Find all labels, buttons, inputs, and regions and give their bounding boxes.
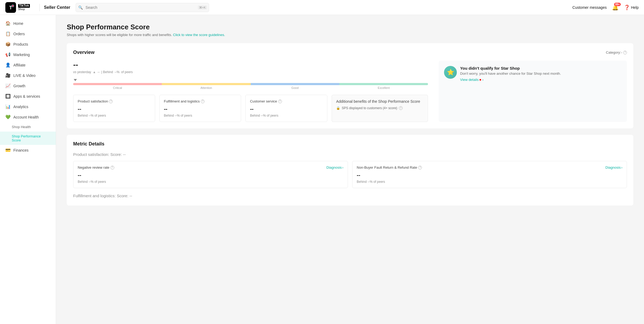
sps-info-icon[interactable]: ? (399, 106, 403, 110)
fulfillment-info-icon[interactable]: ? (201, 100, 205, 103)
sidebar-item-products[interactable]: 📦 Products (0, 39, 56, 49)
search-input[interactable] (76, 3, 209, 12)
metric-card-benefits: Additional benefits of the Shop Performa… (332, 95, 428, 122)
sidebar-label-finances: Finances (13, 148, 29, 152)
metric-peers-customer: Behind --% of peers (250, 114, 323, 117)
score-meta: vs yesterday ▲ -- | Behind --% of peers (73, 70, 428, 74)
help-label: Help (631, 5, 639, 10)
category-label: Category:- ? (606, 50, 627, 54)
sidebar-item-finances[interactable]: 💳 Finances (0, 145, 56, 155)
overview-title: Overview (73, 50, 95, 55)
behind-suffix: of peers (121, 70, 133, 74)
finances-icon: 💳 (5, 148, 11, 153)
category-info-icon[interactable]: ? (623, 51, 627, 54)
help-icon: ❓ (624, 5, 630, 10)
customer-info-icon[interactable]: ? (278, 100, 282, 103)
search-shortcut: ⌘+K (198, 5, 207, 9)
tiktok-label: TikTok (18, 4, 30, 7)
diagnosis-peers-2: Behind --% of peers (357, 180, 622, 184)
sidebar-label-analytics: Analytics (13, 105, 28, 109)
metric-card-product: Product satisfaction ? -- Behind --% of … (73, 95, 155, 122)
benefit-sps: 🔒 SPS displayed to customers (4+ score) … (336, 106, 423, 110)
svg-point-3 (12, 5, 14, 7)
guideline-link[interactable]: Click to view the score guidelines. (173, 33, 225, 37)
bar-label-good: Good (251, 86, 339, 89)
app-logo[interactable]: T TikTok Shop (5, 2, 30, 13)
star-shop-title: You didn't qualify for Star Shop (460, 66, 561, 70)
seller-center-title: Seller Center (44, 5, 70, 10)
sidebar-item-marketing[interactable]: 📢 Marketing (0, 49, 56, 60)
sidebar-item-live-video[interactable]: 🎥 LIVE & Video (0, 70, 56, 81)
sidebar-item-affiliate[interactable]: 👤 Affiliate (0, 60, 56, 70)
help-button[interactable]: ❓ Help (624, 5, 639, 10)
sidebar-item-orders[interactable]: 📋 Orders (0, 29, 56, 39)
score-indicator (74, 79, 77, 81)
app-layout: 🏠 Home 📋 Orders 📦 Products 📢 Marketing 👤… (0, 0, 644, 324)
metric-title-product: Product satisfaction ? (78, 99, 151, 103)
analytics-icon: 📊 (5, 104, 11, 109)
diagnosis-chevron-1: › (342, 165, 343, 169)
sidebar-item-account-health[interactable]: 💚 Account Health (0, 112, 56, 122)
metric-card-fulfillment: Fulfillment and logistics ? -- Behind --… (159, 95, 241, 122)
nav-actions: Customer messages 🔔 99+ ❓ Help (572, 4, 639, 11)
metric-details-title: Metric Details (73, 141, 627, 147)
sidebar-item-shop-performance[interactable]: Shop Performance Score (0, 132, 56, 145)
star-shop-card: ⭐ You didn't qualify for Star Shop Don't… (444, 66, 561, 82)
product-info-icon[interactable]: ? (109, 100, 113, 103)
search-bar[interactable]: 🔍 ⌘+K (76, 3, 209, 12)
score-bar-wrap: Critical Attention Good Excellent (73, 78, 428, 89)
score-value: -- (73, 61, 428, 69)
marketing-icon: 📢 (5, 52, 11, 57)
metric-card-customer: Customer service ? -- Behind --% of peer… (245, 95, 327, 122)
negative-review-info-icon[interactable]: ? (111, 166, 114, 169)
product-satisfaction-label: Product satisfaction: Score: -- (73, 152, 627, 157)
bar-label-attention: Attention (162, 86, 250, 89)
live-icon: 🎥 (5, 73, 11, 78)
vs-yesterday: vs yesterday (73, 70, 91, 74)
sidebar-item-apps[interactable]: 🔲 Apps & services (0, 91, 56, 101)
chevron-icon: › (482, 78, 483, 82)
lock-icon: 🔒 (336, 106, 340, 110)
star-shop-desc: Don't worry, you'll have another chance … (460, 72, 561, 76)
notifications-button[interactable]: 🔔 99+ (612, 4, 619, 11)
view-details-link[interactable]: View details › (460, 78, 561, 82)
sidebar-label-shop-performance: Shop Performance Score (12, 134, 50, 142)
star-shop-content: You didn't qualify for Star Shop Don't w… (460, 66, 561, 82)
diagnosis-card-title-1: Negative review rate ? (78, 165, 114, 169)
sidebar-item-shop-health[interactable]: Shop Health (0, 122, 56, 132)
red-dot (480, 79, 481, 81)
sidebar-item-home[interactable]: 🏠 Home (0, 18, 56, 29)
overview-body: -- vs yesterday ▲ -- | Behind --% of pee… (73, 61, 627, 122)
sidebar-label-apps: Apps & services (13, 94, 40, 98)
products-icon: 📦 (5, 42, 11, 47)
affiliate-icon: 👤 (5, 62, 11, 68)
diagnosis-link-2[interactable]: Diagnosis › (606, 165, 622, 169)
overview-header: Overview Category:- ? (73, 50, 627, 55)
diagnosis-value-2: -- (357, 172, 622, 178)
growth-icon: 📈 (5, 83, 11, 88)
return-refund-info-icon[interactable]: ? (418, 166, 422, 169)
diagnosis-card-header-2: Non-Buyer Fault Return & Refund Rate ? D… (357, 165, 622, 169)
bar-label-critical: Critical (73, 86, 162, 89)
main-content: Shop Performance Score Shops with higher… (56, 15, 644, 324)
subtitle-text: Shops with higher scores will be eligibl… (67, 33, 172, 37)
diagnosis-chevron-2: › (621, 165, 622, 169)
diagnosis-peers-1: Behind --% of peers (78, 180, 343, 184)
diagnosis-card-title-2: Non-Buyer Fault Return & Refund Rate ? (357, 165, 422, 169)
sidebar-label-affiliate: Affiliate (13, 63, 26, 67)
diagnosis-link-1[interactable]: Diagnosis › (327, 165, 343, 169)
sidebar-item-analytics[interactable]: 📊 Analytics (0, 101, 56, 112)
sidebar-label-home: Home (13, 21, 23, 26)
customer-messages-link[interactable]: Customer messages (572, 5, 607, 10)
benefit-title: Additional benefits of the Shop Performa… (336, 99, 423, 104)
metric-details-card: Metric Details Product satisfaction: Sco… (67, 135, 633, 206)
sidebar-item-growth[interactable]: 📈 Growth (0, 81, 56, 91)
sidebar-label-products: Products (13, 42, 28, 46)
score-bar (73, 83, 428, 85)
behind-label: | Behind (101, 70, 113, 74)
diagnosis-value-1: -- (78, 172, 343, 178)
search-icon: 🔍 (78, 5, 83, 10)
sidebar-label-shop-health: Shop Health (12, 125, 31, 129)
overview-card: Overview Category:- ? -- vs yesterday ▲ … (67, 43, 633, 128)
fulfillment-score: Score: -- (117, 193, 132, 198)
